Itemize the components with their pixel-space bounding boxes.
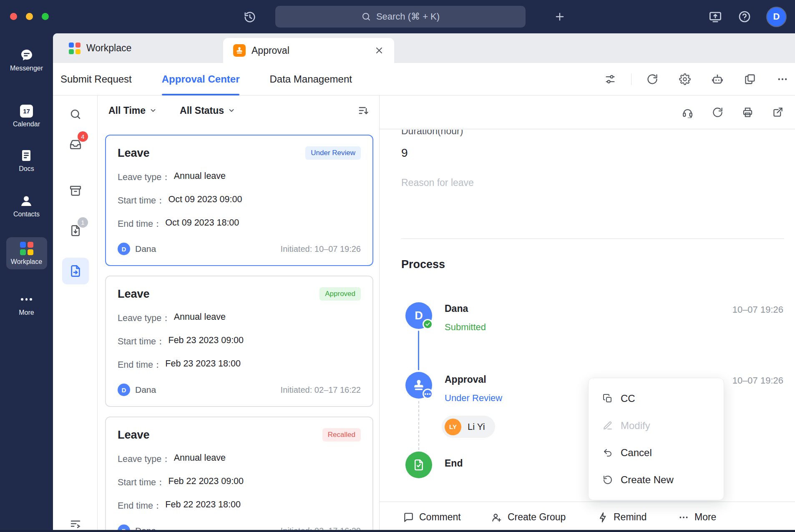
refresh-icon[interactable] [712,107,723,118]
check-badge-icon [423,319,433,329]
menu-item-modify[interactable]: Modify [589,412,724,439]
more-label: More [694,512,716,523]
step-status: Submitted [445,322,486,333]
filter-settings-icon[interactable] [604,73,616,85]
remind-button[interactable]: Remind [597,502,647,532]
print-icon[interactable] [742,107,753,118]
create-group-label: Create Group [508,512,566,523]
history-button[interactable] [241,8,259,26]
tab-strip: Workplace Approval [53,33,795,63]
refresh-icon[interactable] [647,73,658,85]
approval-tab-icon [233,44,246,57]
app-window: Search (⌘ + K) D Messenger 17 C [0,0,795,532]
global-search[interactable]: Search (⌘ + K) [275,6,526,28]
assignee-name: Li Yi [468,422,485,432]
status-badge: Under Review [305,146,361,160]
field-label: Leave type： [118,453,171,465]
approval-card[interactable]: Leave Approved Leave type：Annual leave S… [105,276,373,407]
step-name: Approval [445,374,486,385]
more-actions-icon[interactable] [777,73,788,85]
detail-action-bar: Comment Create Group Remind [380,502,795,532]
assignee-chip[interactable]: LY Li Yi [442,416,495,438]
tab-approval[interactable]: Approval [223,38,394,63]
sidebar-item-workplace[interactable]: Workplace [6,237,47,269]
sidebar-item-more[interactable]: More [19,293,34,316]
field-value: Feb 22 2023 18:00 [165,499,241,512]
titlebar: Search (⌘ + K) D [0,0,795,33]
settings-gear-icon[interactable] [679,73,691,85]
detail-toolbar [380,95,795,129]
sort-icon[interactable] [357,105,369,116]
status-filter[interactable]: All Status [180,105,235,116]
close-window-button[interactable] [10,13,17,20]
submitted-docs-icon [69,264,82,278]
nav-items: Submit Request Approval Center Data Mana… [60,63,352,95]
step-time: 10–07 19:26 [732,304,783,315]
context-menu: CC Modify Cancel Create New [588,378,724,500]
tab-workplace[interactable]: Workplace [58,33,142,63]
status-filter-label: All Status [180,105,224,116]
archive-icon[interactable] [69,184,82,197]
collapse-filter-icon[interactable] [69,517,82,530]
rail-submitted-selected[interactable] [62,258,89,284]
avatar: D [415,309,423,322]
titlebar-right: D [709,0,786,33]
received-count-badge: 1 [78,217,88,228]
initiated-time: Initiated: 02–17 16:22 [281,385,361,395]
field-label: Start time： [118,476,165,488]
list-filters: All Time All Status [108,105,369,116]
sidebar-label: Workplace [11,258,42,266]
sidebar-item-contacts[interactable]: Contacts [13,194,40,218]
step-approval-node: ••• [405,372,432,399]
avatar: D [118,243,130,255]
sidebar-item-calendar[interactable]: 17 Calendar [13,105,40,128]
initiated-time: Initiated: 10–07 19:26 [281,244,361,254]
user-avatar[interactable]: D [767,8,786,26]
time-filter-label: All Time [108,105,146,116]
cc-icon [603,394,613,404]
field-label: Start time： [118,335,165,347]
field-value: Feb 23 2023 09:00 [169,335,244,347]
step-name: End [445,458,463,469]
nav-submit-request[interactable]: Submit Request [60,63,132,95]
card-title: Leave [118,147,150,160]
create-group-button[interactable]: Create Group [491,502,566,532]
menu-item-cancel[interactable]: Cancel [589,439,724,466]
card-title: Leave [118,429,150,442]
sidebar-label: More [19,309,34,316]
approval-card[interactable]: Leave Under Review Leave type：Annual lea… [105,135,373,266]
zoom-window-button[interactable] [42,13,49,20]
sidebar-item-docs[interactable]: Docs [19,149,34,173]
tab-management-icon[interactable] [744,73,756,85]
screen-share-icon[interactable] [709,10,722,23]
rail-pending-approvals[interactable]: 4 [66,135,85,154]
reason-field-placeholder: Reason for leave [401,177,795,188]
help-icon[interactable] [738,10,751,23]
tab-label: Approval [252,45,289,56]
rail-received[interactable]: 1 [66,221,85,240]
new-button[interactable] [551,8,569,26]
time-filter[interactable]: All Time [108,105,157,116]
menu-item-create-new[interactable]: Create New [589,466,724,493]
sidebar-item-messenger[interactable]: Messenger [10,48,43,72]
bot-icon[interactable] [712,73,723,85]
field-value: Annual leave [174,171,226,183]
window-bottom-edge [0,530,795,532]
minimize-window-button[interactable] [26,13,33,20]
approval-rail: 4 1 [53,95,98,532]
nav-approval-center[interactable]: Approval Center [162,63,240,95]
comment-button[interactable]: Comment [403,502,461,532]
approval-card[interactable]: Leave Recalled Leave type：Annual leave S… [105,417,373,532]
rail-search-icon[interactable] [69,108,82,120]
chevron-down-icon [228,107,235,114]
field-label: Leave type： [118,171,171,183]
menu-label: CC [621,393,635,404]
support-headset-icon[interactable] [682,107,693,118]
more-button[interactable]: More [678,502,716,532]
menu-item-cc[interactable]: CC [589,385,724,412]
export-icon[interactable] [772,107,783,118]
workplace-icon [20,242,33,255]
loop-icon [603,475,613,485]
close-tab-icon[interactable] [374,45,384,55]
nav-data-management[interactable]: Data Management [269,63,352,95]
